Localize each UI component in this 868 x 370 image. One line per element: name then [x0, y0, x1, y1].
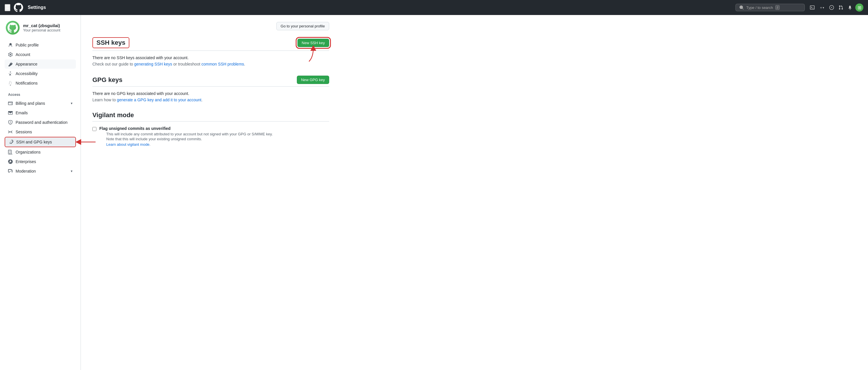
top-navigation: Settings Type / to search / + ▾ ⊞ [0, 0, 868, 15]
page-header: Go to your personal profile [92, 22, 329, 30]
sidebar-item-enterprises[interactable]: Enterprises [5, 157, 76, 166]
shield-icon [8, 120, 13, 125]
gpg-keys-section: GPG keys New GPG key There are no GPG ke… [92, 76, 329, 102]
sidebar-item-billing[interactable]: Billing and plans ▾ [5, 99, 76, 108]
sidebar-nav-top: Public profile Account Appearance [5, 40, 76, 88]
sidebar-account-type: Your personal account [23, 28, 60, 32]
paintbrush-icon [8, 62, 13, 66]
sidebar-label-organizations: Organizations [16, 150, 40, 155]
sidebar-label-appearance: Appearance [16, 62, 37, 66]
vigilant-learn-link-container: Learn about vigilant mode. [106, 142, 273, 146]
vigilant-section-header: Vigilant mode [92, 111, 329, 119]
gpg-section-title: GPG keys [92, 76, 122, 84]
github-logo[interactable] [14, 3, 23, 12]
sidebar-user-info: mr_cat (zbsguilai) Your personal account [23, 23, 60, 32]
sidebar-item-ssh-gpg[interactable]: SSH and GPG keys [5, 137, 76, 147]
ssh-section-header: SSH keys New SSH key [92, 37, 329, 48]
envelope-icon [8, 110, 13, 115]
gpg-section-header: GPG keys New GPG key [92, 76, 329, 84]
sidebar-item-sessions[interactable]: Sessions [5, 127, 76, 136]
sidebar-item-appearance[interactable]: Appearance [5, 60, 76, 69]
personal-profile-button[interactable]: Go to your personal profile [276, 22, 329, 30]
sidebar-item-password-auth[interactable]: Password and authentication [5, 118, 76, 127]
sidebar-item-public-profile[interactable]: Public profile [5, 40, 76, 49]
sidebar-item-moderation[interactable]: Moderation ▾ [5, 167, 76, 176]
vigilant-section-title: Vigilant mode [92, 111, 134, 119]
sidebar: mr_cat (zbsguilai) Your personal account… [0, 15, 81, 370]
new-gpg-key-button[interactable]: New GPG key [297, 76, 329, 84]
sidebar-label-password-auth: Password and authentication [16, 120, 68, 125]
gpg-no-keys-text: There are no GPG keys associated with yo… [92, 91, 329, 96]
new-ssh-key-wrapper: New SSH key [298, 39, 329, 47]
ssh-keys-section: SSH keys New SSH key There are no [92, 37, 329, 66]
sidebar-label-accessibility: Accessibility [16, 71, 37, 76]
sidebar-label-moderation: Moderation [16, 169, 36, 173]
sidebar-item-accessibility[interactable]: Accessibility [5, 69, 76, 78]
sidebar-label-ssh-gpg: SSH and GPG keys [16, 140, 52, 144]
search-kbd: / [775, 5, 780, 10]
topnav-actions: + ▾ ⊞ [808, 3, 863, 11]
hamburger-menu-button[interactable] [5, 4, 10, 11]
sidebar-label-notifications: Notifications [16, 81, 37, 86]
broadcast-icon [8, 130, 13, 134]
sidebar-label-account: Account [16, 52, 30, 57]
ssh-problems-link[interactable]: common SSH problems [201, 62, 244, 66]
vigilant-desc-2: Note that this will include your existin… [106, 137, 273, 141]
bell-icon [8, 81, 13, 86]
key-icon [9, 140, 13, 144]
sidebar-avatar [6, 21, 20, 35]
vigilant-checkbox-label[interactable]: Flag unsigned commits as unverified [99, 126, 170, 131]
terminal-button[interactable] [808, 3, 816, 11]
sidebar-item-account[interactable]: Account [5, 50, 76, 59]
sidebar-user: mr_cat (zbsguilai) Your personal account [5, 21, 76, 35]
gpg-guide-text: Learn how to generate a GPG key and add … [92, 98, 329, 102]
vigilant-desc-1: This will include any commit attributed … [106, 132, 273, 136]
accessibility-icon [8, 71, 13, 76]
globe-icon [8, 159, 13, 164]
moderation-expand-icon: ▾ [71, 169, 72, 173]
sidebar-label-emails: Emails [16, 110, 28, 115]
notifications-button[interactable] [846, 3, 854, 11]
search-icon [739, 5, 744, 10]
sidebar-arrow-indicator [76, 136, 96, 148]
main-content: Go to your personal profile SSH keys New… [81, 15, 341, 370]
issues-button[interactable] [828, 3, 836, 11]
nav-title: Settings [28, 5, 46, 10]
sidebar-nav-access: Billing and plans ▾ Emails Password [5, 99, 76, 176]
vigilant-mode-section: Vigilant mode Flag unsigned commits as u… [92, 111, 329, 146]
generating-ssh-keys-link[interactable]: generating SSH keys [134, 62, 173, 66]
sidebar-label-billing: Billing and plans [16, 101, 45, 106]
new-ssh-arrow-indicator [298, 45, 320, 63]
gpg-key-link[interactable]: generate a GPG key and add it to your ac… [117, 98, 202, 102]
flag-unsigned-commits-row: Flag unsigned commits as unverified This… [92, 126, 329, 146]
search-placeholder: Type / to search [746, 5, 773, 10]
page-container: mr_cat (zbsguilai) Your personal account… [0, 15, 868, 370]
organizations-icon [8, 150, 13, 155]
sidebar-label-enterprises: Enterprises [16, 159, 36, 164]
gear-icon [8, 52, 13, 57]
card-icon [8, 101, 13, 106]
sidebar-item-organizations[interactable]: Organizations [5, 147, 76, 157]
billing-expand-icon: ▾ [71, 101, 72, 105]
sidebar-item-emails[interactable]: Emails [5, 108, 76, 117]
sidebar-label-public-profile: Public profile [16, 43, 39, 47]
person-icon [8, 43, 13, 47]
pull-requests-button[interactable] [837, 3, 845, 11]
user-avatar[interactable]: ⊞ [855, 3, 863, 11]
ssh-no-keys-text: There are no SSH keys associated with yo… [92, 56, 329, 60]
sidebar-label-sessions: Sessions [16, 130, 32, 134]
comment-icon [8, 169, 13, 173]
access-section-label: Access [5, 88, 76, 98]
ssh-section-title: SSH keys [92, 37, 129, 48]
vigilant-learn-link[interactable]: Learn about vigilant mode [106, 142, 150, 146]
new-item-button[interactable]: + ▾ [817, 4, 827, 11]
search-bar[interactable]: Type / to search / [736, 4, 805, 11]
sidebar-item-notifications[interactable]: Notifications [5, 78, 76, 88]
sidebar-username: mr_cat (zbsguilai) [23, 23, 60, 28]
vigilant-checkbox[interactable] [92, 127, 96, 131]
ssh-guide-text: Check out our guide to generating SSH ke… [92, 62, 329, 66]
